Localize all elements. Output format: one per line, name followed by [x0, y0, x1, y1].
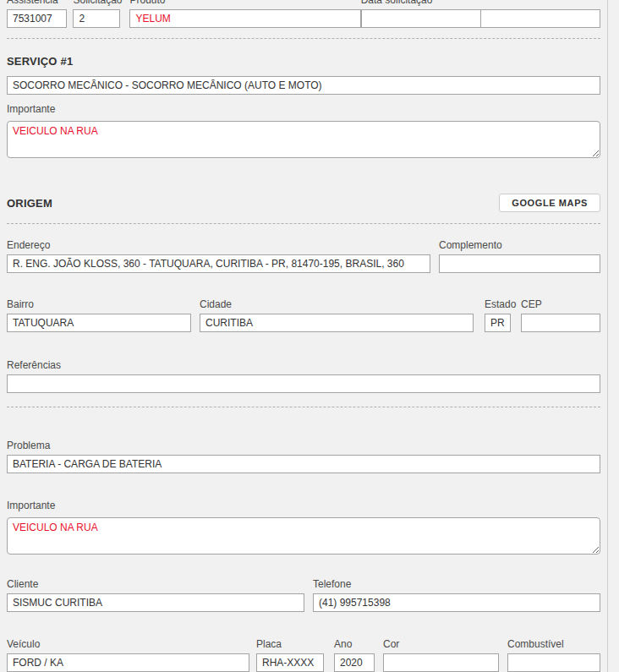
cor-field: Cor [383, 638, 499, 672]
data-solicitacao-inputs [361, 9, 600, 28]
google-maps-button[interactable]: GOOGLE MAPS [499, 194, 600, 212]
veiculo-label: Veículo [7, 638, 249, 651]
veiculo-row: Veículo Placa Ano Cor Combustível [7, 638, 600, 672]
problema-field: Problema [7, 440, 600, 473]
origem-section-title: ORIGEM [7, 198, 52, 209]
telefone-input[interactable] [313, 593, 600, 612]
service-request-form: Assistência Solicitação Produto Data sol… [7, 0, 600, 672]
origem-header: ORIGEM GOOGLE MAPS [7, 194, 600, 212]
problema-input[interactable] [7, 455, 600, 473]
separator [7, 407, 600, 407]
placa-label: Placa [256, 638, 324, 651]
placa-input[interactable] [256, 653, 324, 672]
solicitacao-input[interactable] [73, 9, 120, 28]
problema-label: Problema [7, 440, 600, 452]
assistencia-input[interactable] [7, 9, 67, 28]
veiculo-field: Veículo [7, 638, 249, 672]
endereco-input[interactable] [7, 254, 430, 273]
solicitacao-field: Solicitação [73, 0, 120, 28]
produto-input[interactable] [129, 9, 360, 28]
importante-servico-textarea[interactable]: VEICULO NA RUA [7, 121, 600, 158]
cep-field: CEP [521, 298, 600, 332]
ano-field: Ano [334, 638, 375, 672]
cliente-label: Cliente [7, 578, 304, 591]
service-field [7, 76, 600, 95]
placa-field: Placa [256, 638, 324, 672]
cliente-field: Cliente [7, 578, 304, 612]
referencias-label: Referências [7, 359, 600, 372]
combustivel-field: Combustível [507, 638, 600, 672]
endereco-label: Endereço [7, 239, 430, 252]
separator [7, 38, 600, 39]
complemento-input[interactable] [439, 254, 600, 273]
ano-label: Ano [334, 638, 375, 651]
importante-servico-field: Importante VEICULO NA RUA [7, 103, 600, 158]
cor-input[interactable] [383, 653, 499, 672]
data-solicitacao-time-input[interactable] [480, 9, 600, 28]
header-row: Assistência Solicitação Produto Data sol… [7, 0, 600, 28]
estado-label: Estado [485, 298, 511, 311]
estado-input[interactable] [485, 314, 511, 332]
cidade-field: Cidade [200, 298, 474, 332]
assistencia-label: Assistência [7, 0, 67, 7]
data-solicitacao-field: Data solicitação [361, 0, 600, 28]
cliente-row: Cliente Telefone [7, 578, 600, 612]
bairro-row: Bairro Cidade Estado CEP [7, 298, 600, 332]
complemento-field: Complemento [439, 239, 600, 273]
endereco-row: Endereço Complemento [7, 239, 600, 273]
importante-servico-label: Importante [7, 103, 600, 116]
service-input[interactable] [7, 76, 600, 95]
importante-problema-label: Importante [7, 500, 600, 512]
bairro-label: Bairro [7, 298, 191, 311]
service-request-panel: Assistência Solicitação Produto Data sol… [0, 0, 608, 672]
produto-field: Produto [129, 0, 360, 28]
referencias-field: Referências [7, 359, 600, 393]
cor-label: Cor [383, 638, 499, 651]
referencias-input[interactable] [7, 374, 600, 393]
bairro-input[interactable] [7, 314, 191, 332]
cidade-label: Cidade [200, 298, 474, 311]
combustivel-input[interactable] [507, 653, 600, 672]
cidade-input[interactable] [200, 314, 474, 332]
assistencia-field: Assistência [7, 0, 67, 28]
telefone-field: Telefone [313, 578, 600, 612]
separator [7, 223, 600, 224]
combustivel-label: Combustível [507, 638, 600, 651]
servico-section-title: SERVIÇO #1 [7, 56, 600, 67]
importante-problema-textarea[interactable]: VEICULO NA RUA [7, 517, 600, 555]
complemento-label: Complemento [439, 239, 600, 252]
estado-field: Estado [485, 298, 511, 332]
cep-input[interactable] [521, 314, 600, 332]
ano-input[interactable] [334, 653, 375, 672]
produto-label: Produto [129, 0, 360, 7]
bairro-field: Bairro [7, 298, 191, 332]
solicitacao-label: Solicitação [73, 0, 120, 7]
veiculo-input[interactable] [7, 653, 249, 672]
endereco-field: Endereço [7, 239, 430, 273]
cep-label: CEP [521, 298, 600, 311]
cliente-input[interactable] [7, 593, 304, 612]
importante-problema-field: Importante VEICULO NA RUA [7, 500, 600, 555]
data-solicitacao-label: Data solicitação [361, 0, 600, 7]
data-solicitacao-date-input[interactable] [361, 9, 481, 28]
telefone-label: Telefone [313, 578, 600, 591]
